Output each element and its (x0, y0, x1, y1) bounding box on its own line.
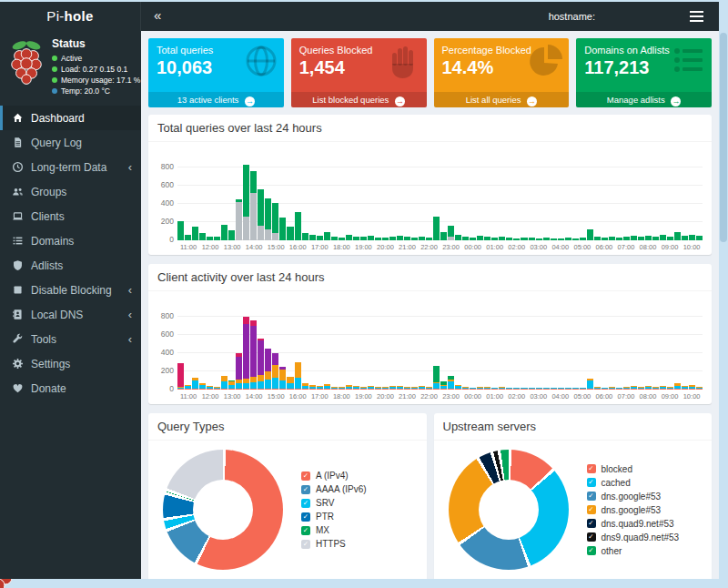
card-footer-link[interactable]: 13 active clients → (148, 92, 284, 107)
bar[interactable] (426, 238, 432, 240)
bar[interactable] (477, 387, 483, 390)
bar[interactable] (221, 225, 228, 240)
bar[interactable] (674, 232, 681, 240)
legend-item[interactable]: ✓other (587, 546, 680, 556)
bar[interactable] (470, 238, 476, 241)
bar[interactable] (177, 363, 184, 390)
bar[interactable] (536, 388, 542, 390)
sidebar-item-settings[interactable]: Settings (0, 351, 141, 376)
bar[interactable] (580, 238, 586, 240)
total-queries-chart[interactable]: 0200400600800 11:0012:0013:0014:0015:001… (148, 142, 712, 255)
bar[interactable] (631, 236, 637, 241)
bar[interactable] (652, 387, 659, 390)
bar[interactable] (660, 386, 666, 390)
bar[interactable] (324, 384, 330, 390)
legend-item[interactable]: ✓AAAA (IPv6) (301, 484, 367, 494)
bar[interactable] (368, 386, 374, 390)
bar[interactable] (214, 237, 220, 240)
bar[interactable] (258, 339, 264, 390)
bar[interactable] (375, 238, 381, 241)
legend-item[interactable]: ✓SRV (301, 498, 367, 508)
bar[interactable] (631, 386, 637, 390)
sidebar-item-adlists[interactable]: Adlists (0, 253, 141, 278)
legend-item[interactable]: ✓dns9.quad9.net#53 (587, 532, 680, 542)
bar[interactable] (207, 237, 213, 241)
bar[interactable] (513, 388, 520, 390)
card-footer-link[interactable]: Manage adlists → (576, 92, 712, 107)
bar[interactable] (265, 349, 271, 390)
bar[interactable] (565, 388, 571, 390)
sidebar-item-clients[interactable]: Clients (0, 204, 141, 228)
bar[interactable] (602, 238, 608, 241)
bar[interactable] (360, 387, 367, 390)
bar[interactable] (558, 388, 564, 390)
bar[interactable] (667, 387, 673, 390)
legend-item[interactable]: ✓dns.quad9.net#53 (587, 519, 680, 529)
bar[interactable] (295, 362, 301, 390)
bar[interactable] (309, 235, 316, 240)
bar[interactable] (404, 387, 410, 390)
bar[interactable] (353, 237, 359, 241)
bar[interactable] (339, 387, 345, 390)
bar[interactable] (185, 235, 191, 240)
bar[interactable] (272, 353, 278, 390)
bar[interactable] (353, 386, 359, 390)
query-types-donut[interactable] (163, 450, 283, 570)
bar[interactable] (302, 233, 308, 240)
bar[interactable] (491, 238, 498, 240)
bar[interactable] (279, 218, 286, 240)
legend-item[interactable]: ✓PTR (301, 512, 367, 522)
bar[interactable] (382, 387, 389, 390)
bar[interactable] (572, 238, 579, 241)
bar[interactable] (696, 387, 703, 390)
bar[interactable] (440, 232, 447, 240)
bar[interactable] (258, 189, 264, 240)
bar[interactable] (551, 388, 557, 390)
bar[interactable] (638, 387, 644, 390)
bar[interactable] (551, 238, 557, 241)
bar[interactable] (587, 229, 593, 240)
bar[interactable] (177, 221, 184, 240)
bar[interactable] (221, 376, 228, 390)
bar[interactable] (317, 236, 323, 240)
bar[interactable] (689, 385, 695, 390)
bar[interactable] (287, 227, 293, 240)
bar[interactable] (199, 383, 206, 390)
bar[interactable] (243, 317, 249, 390)
bar[interactable] (360, 237, 367, 240)
bar[interactable] (645, 386, 652, 390)
bar[interactable] (506, 238, 512, 241)
pihole-logo[interactable]: Pi-hole (0, 2, 141, 31)
bar[interactable] (521, 238, 527, 241)
bar[interactable] (192, 227, 198, 240)
bar[interactable] (419, 237, 425, 241)
bar[interactable] (346, 385, 352, 390)
bar[interactable] (440, 381, 447, 390)
bar[interactable] (477, 236, 483, 240)
bar[interactable] (470, 388, 476, 390)
bar[interactable] (411, 387, 418, 390)
sidebar-item-dashboard[interactable]: Dashboard (0, 106, 141, 130)
bar[interactable] (609, 387, 615, 390)
bar[interactable] (623, 387, 630, 390)
bar[interactable] (696, 236, 703, 240)
bar[interactable] (448, 226, 454, 240)
bar[interactable] (543, 238, 550, 240)
legend-item[interactable]: ✓dns.google#53 (587, 505, 680, 515)
bar[interactable] (558, 238, 564, 240)
sidebar-item-tools[interactable]: Tools ‹ (0, 327, 141, 351)
bar[interactable] (214, 387, 220, 390)
bar[interactable] (645, 236, 652, 240)
sidebar-item-query-log[interactable]: Query Log (0, 130, 141, 155)
bar[interactable] (491, 388, 498, 390)
bar[interactable] (536, 238, 542, 241)
legend-item[interactable]: ✓blocked (587, 464, 680, 474)
bar[interactable] (397, 236, 403, 240)
upstream-servers-donut[interactable] (449, 450, 569, 570)
bar[interactable] (433, 217, 440, 240)
bar[interactable] (587, 379, 593, 390)
sidebar-item-disable-blocking[interactable]: Disable Blocking ‹ (0, 278, 141, 302)
bar[interactable] (602, 388, 608, 390)
bar[interactable] (419, 386, 425, 390)
legend-item[interactable]: ✓MX (301, 525, 367, 535)
